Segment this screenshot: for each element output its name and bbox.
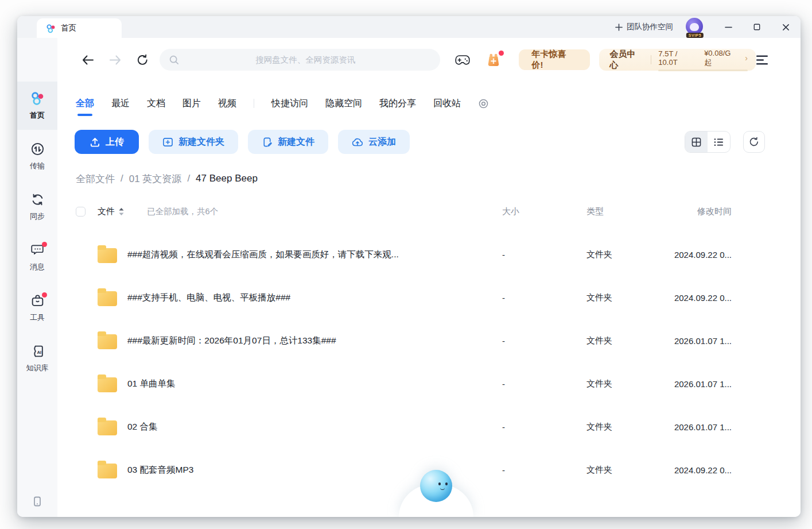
user-avatar[interactable]: SVIP5 xyxy=(686,18,704,36)
category-tabs: 全部 最近 文档 图片 视频 快捷访问 隐藏空间 我的分享 回收站 xyxy=(57,93,801,114)
new-folder-icon xyxy=(162,137,173,148)
cloud-add-label: 云添加 xyxy=(368,136,396,148)
sort-by-name[interactable]: 文件 xyxy=(98,206,124,217)
upload-icon xyxy=(90,137,100,148)
tab-quick-access[interactable]: 快捷访问 xyxy=(271,98,308,110)
tab-videos[interactable]: 视频 xyxy=(218,98,236,110)
sidebar-item-home[interactable]: 首页 xyxy=(17,82,57,130)
team-space-button[interactable]: 团队协作空间 xyxy=(615,22,673,32)
sidebar-label: 消息 xyxy=(30,262,45,272)
home-tab[interactable]: 首页 xyxy=(37,18,122,38)
transfer-icon xyxy=(30,142,45,157)
new-file-button[interactable]: 新建文件 xyxy=(248,130,328,154)
sidebar-item-knowledge[interactable]: AI 知识库 xyxy=(17,334,57,383)
home-logo-icon xyxy=(30,91,45,106)
select-all-checkbox[interactable] xyxy=(76,207,86,217)
breadcrumb-separator: / xyxy=(121,173,123,184)
plus-icon xyxy=(615,24,623,31)
cloud-add-icon xyxy=(352,137,363,148)
titlebar: 首页 团队协作空间 SVIP5 xyxy=(17,16,801,38)
view-toggle xyxy=(685,131,731,153)
sidebar-item-sync[interactable]: 同步 xyxy=(17,183,57,231)
file-header-label: 文件 xyxy=(98,206,115,217)
file-type: 文件夹 xyxy=(574,465,660,476)
divider xyxy=(651,55,651,64)
sidebar-item-transfer[interactable]: 传输 xyxy=(17,132,57,180)
games-icon[interactable] xyxy=(455,54,471,66)
file-list: ###超清视频，在线观看会压缩画质，如果要画质好，请下载下来观... - 文件夹… xyxy=(57,233,801,492)
tab-title: 首页 xyxy=(61,23,76,33)
minimize-button[interactable] xyxy=(724,22,733,32)
cloud-add-button[interactable]: 云添加 xyxy=(338,130,410,154)
promo-label: 年卡惊喜价! xyxy=(531,49,577,71)
mobile-app-button[interactable] xyxy=(17,495,57,508)
reload-button[interactable] xyxy=(135,52,150,67)
breadcrumb-separator: / xyxy=(187,173,190,184)
close-button[interactable] xyxy=(781,22,790,32)
folder-icon xyxy=(98,377,117,392)
tab-all[interactable]: 全部 xyxy=(76,98,94,110)
folder-icon xyxy=(98,464,117,478)
file-type: 文件夹 xyxy=(574,292,660,303)
tabs-settings-icon[interactable] xyxy=(478,98,489,109)
main-content: 年卡惊喜价! 会员中心 7.5T / 10.0T ¥0.08/G起 › xyxy=(57,38,801,517)
file-name: ###支持手机、电脑、电视、平板播放### xyxy=(127,292,290,304)
refresh-list-button[interactable] xyxy=(743,131,765,153)
file-table-header: 文件 已全部加载，共6个 大小 类型 修改时间 xyxy=(57,201,801,222)
folder-icon xyxy=(98,334,117,349)
svg-text:AI: AI xyxy=(37,350,41,355)
file-size: - xyxy=(485,422,574,432)
forward-button[interactable] xyxy=(108,52,123,67)
file-row[interactable]: 01 单曲单集 - 文件夹 2026.01.07 1... xyxy=(57,362,801,406)
tab-documents[interactable]: 文档 xyxy=(147,98,165,110)
sync-icon xyxy=(30,192,45,207)
upload-button[interactable]: 上传 xyxy=(75,130,139,154)
file-size: - xyxy=(485,293,574,303)
file-row[interactable]: ###最新更新时间：2026年01月07日，总计133集### - 文件夹 20… xyxy=(57,319,801,362)
file-type: 文件夹 xyxy=(574,379,660,389)
message-icon xyxy=(30,243,45,258)
store-bag-icon[interactable] xyxy=(485,52,502,68)
file-size: - xyxy=(485,465,574,475)
sidebar-label: 同步 xyxy=(30,211,45,222)
tab-hidden-space[interactable]: 隐藏空间 xyxy=(325,98,362,110)
search-bar[interactable] xyxy=(160,49,441,71)
sidebar-item-tools[interactable]: 工具 xyxy=(17,284,57,332)
file-row[interactable]: 02 合集 - 文件夹 2026.01.07 1... xyxy=(57,406,801,449)
file-row[interactable]: ###超清视频，在线观看会压缩画质，如果要画质好，请下载下来观... - 文件夹… xyxy=(57,233,801,276)
annual-card-promo-button[interactable]: 年卡惊喜价! xyxy=(519,49,590,70)
breadcrumb-parent[interactable]: 01 英文资源 xyxy=(129,172,182,186)
file-row[interactable]: ###支持手机、电脑、电视、平板播放### - 文件夹 2024.09.22 0… xyxy=(57,276,801,319)
tab-recent[interactable]: 最近 xyxy=(111,98,130,110)
menu-icon[interactable] xyxy=(756,55,768,65)
tab-my-shares[interactable]: 我的分享 xyxy=(379,98,416,110)
sidebar-item-messages[interactable]: 消息 xyxy=(17,233,57,281)
maximize-button[interactable] xyxy=(752,22,762,32)
new-folder-button[interactable]: 新建文件夹 xyxy=(149,130,238,154)
actions-row: 上传 新建文件夹 xyxy=(57,130,801,154)
file-modified: 2024.09.22 0... xyxy=(660,465,732,475)
sidebar-label: 传输 xyxy=(30,161,45,171)
team-space-label: 团队协作空间 xyxy=(627,22,673,32)
breadcrumb-root[interactable]: 全部文件 xyxy=(76,172,115,186)
list-view-button[interactable] xyxy=(708,132,730,152)
member-center-button[interactable]: 会员中心 7.5T / 10.0T ¥0.08/G起 › xyxy=(599,49,756,71)
folder-icon xyxy=(98,248,117,263)
file-type: 文件夹 xyxy=(574,335,660,346)
notification-dot xyxy=(42,292,47,298)
file-size: - xyxy=(485,379,574,389)
search-input[interactable] xyxy=(180,55,432,64)
load-status: 已全部加载，共6个 xyxy=(147,206,218,217)
search-icon xyxy=(169,55,180,65)
member-center-label: 会员中心 xyxy=(609,49,644,71)
back-button[interactable] xyxy=(80,52,95,67)
grid-view-button[interactable] xyxy=(685,132,708,152)
file-name: 03 配套音频MP3 xyxy=(127,464,193,476)
file-name: 02 合集 xyxy=(127,421,158,433)
tab-recycle-bin[interactable]: 回收站 xyxy=(433,98,461,110)
tab-images[interactable]: 图片 xyxy=(182,98,201,110)
file-modified: 2026.01.07 1... xyxy=(660,336,732,346)
storage-usage: 7.5T / 10.0T xyxy=(658,49,698,67)
new-file-label: 新建文件 xyxy=(278,136,314,148)
file-modified: 2024.09.22 0... xyxy=(660,293,732,303)
